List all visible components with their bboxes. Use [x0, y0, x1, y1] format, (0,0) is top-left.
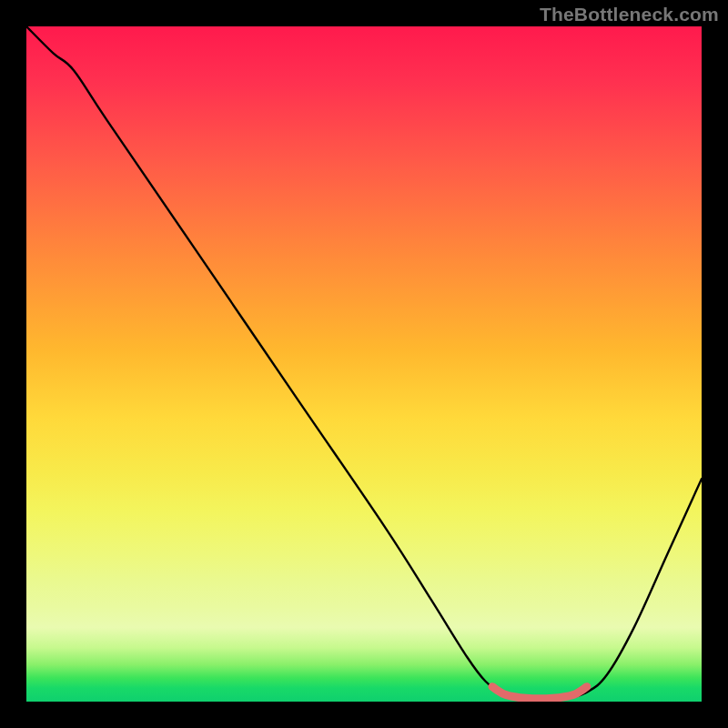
- curve-layer: [26, 26, 702, 702]
- bottleneck-curve: [26, 26, 702, 699]
- optimal-range-highlight: [492, 687, 587, 699]
- watermark-text: TheBottleneck.com: [540, 4, 719, 25]
- chart-container: TheBottleneck.com: [0, 0, 728, 728]
- plot-area: [26, 26, 702, 702]
